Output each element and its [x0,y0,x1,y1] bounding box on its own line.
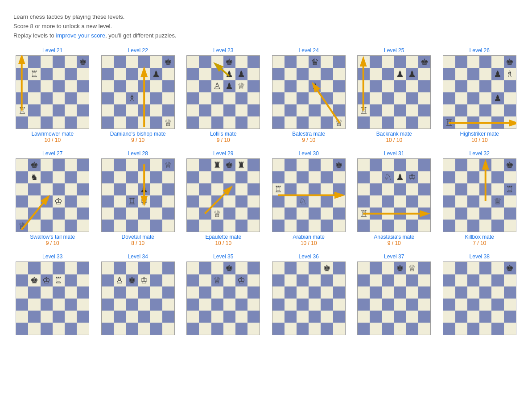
level-32[interactable]: Level 32♚♖♕Killbox mate7 / 10 [441,150,519,246]
cell-0-2 [382,56,394,68]
cell-2-0 [443,183,455,195]
cell-2-4 [491,286,503,299]
cell-5-0 [358,220,370,232]
level-25[interactable]: Level 25♚♟♟♖Backrank mate10 / 10 [355,47,433,143]
level-27[interactable]: Level 27♚♞♔♕Swallow's tail mate9 / 10 [13,150,92,246]
cell-3-1 [285,195,297,208]
cell-4-5 [77,104,89,116]
level-name-22: Damiano's bishop mate [110,131,166,137]
cell-1-3 [53,68,65,80]
cell-2-4 [65,183,77,195]
cell-5-4 [150,323,162,335]
level-score-28: 8 / 10 [131,240,144,246]
cell-4-0 [102,311,114,323]
level-28[interactable]: Level 28♕♟♖♔Dovetail mate8 / 10 [99,150,177,246]
cell-4-4 [321,104,333,116]
cell-4-1 [199,208,211,220]
cell-4-0 [16,311,28,323]
cell-3-1 [28,299,40,311]
cell-3-3 [394,299,406,311]
cell-4-2 [467,104,479,116]
cell-0-2 [467,262,479,274]
cell-5-1 [199,220,211,232]
cell-5-2 [41,220,53,232]
cell-4-3 [394,311,406,323]
cell-4-2: ♕ [211,208,223,220]
level-21[interactable]: Level 21♚♖♖Lawnmower mate10 / 10 [13,47,92,143]
level-30[interactable]: Level 30♚♖♘Arabian mate10 / 10 [270,150,348,246]
cell-2-2 [297,286,309,299]
cell-5-5 [77,323,89,335]
cell-0-5: ♚ [162,56,174,68]
cell-2-4 [150,183,162,195]
cell-5-5 [418,220,430,232]
cell-1-2 [382,274,394,286]
piece-bK: ♚ [225,264,233,273]
cell-1-2 [297,68,309,80]
level-33[interactable]: Level 33♚♔♖ [13,253,92,335]
level-35[interactable]: Level 35♚♕♔ [184,253,263,335]
level-24[interactable]: Level 24♛♗♕Balestra mate9 / 10 [270,47,348,143]
piece-wQ: ♕ [213,209,221,218]
level-36[interactable]: Level 36♚ [270,253,348,335]
cell-0-1 [285,56,297,68]
level-38[interactable]: Level 38♚ [441,253,519,335]
level-23[interactable]: Level 23♚♟♟♙♟♕Lolli's mate9 / 10 [184,47,263,143]
cell-3-4 [65,299,77,311]
piece-bK: ♚ [225,161,233,170]
cell-3-5 [418,299,430,311]
cell-3-1 [28,92,40,104]
cell-0-0 [187,56,199,68]
cell-2-3: ♟ [223,80,235,92]
cell-5-1 [199,116,211,129]
cell-5-3 [479,323,491,335]
cell-0-1: ♚ [28,159,40,171]
cell-0-0 [443,262,455,274]
cell-3-4: ♕ [491,195,503,208]
cell-1-3 [309,171,321,183]
cell-4-0 [443,208,455,220]
cell-5-1 [28,220,40,232]
cell-2-3: ♗ [309,80,321,92]
cell-2-5: ♖ [504,183,516,195]
cell-3-5 [418,195,430,208]
cell-3-1 [455,195,467,208]
cell-2-4 [150,80,162,92]
cell-5-3 [394,116,406,129]
cell-0-0 [358,159,370,171]
cell-0-1 [28,56,40,68]
cell-1-0 [358,171,370,183]
cell-4-0: ♖ [16,104,28,116]
cell-3-2: ♘ [297,195,309,208]
cell-4-1 [114,311,126,323]
level-31[interactable]: Level 31♘♟♔♖Anastasia's mate9 / 10 [355,150,433,246]
level-37[interactable]: Level 37♚♕ [355,253,433,335]
cell-2-1 [199,286,211,299]
cell-3-2 [297,92,309,104]
cell-4-4 [150,104,162,116]
cell-1-5 [77,68,89,80]
level-score-23: 9 / 10 [217,137,230,143]
cell-4-5 [418,208,430,220]
level-34[interactable]: Level 34♙♚♔ [99,253,177,335]
cell-0-2 [126,159,138,171]
cell-1-3 [223,274,235,286]
level-29[interactable]: Level 29♜♚♜♕Epaulette mate10 / 10 [184,150,263,246]
cell-0-0 [272,159,285,171]
cell-5-3 [394,220,406,232]
cell-0-2 [297,56,309,68]
cell-1-2 [467,68,479,80]
cell-4-2 [211,104,223,116]
level-22[interactable]: Level 22♚♟♟♗♕Damiano's bishop mate9 / 10 [99,47,177,143]
cell-1-0 [358,68,370,80]
cell-0-3 [479,159,491,171]
piece-wQ: ♕ [408,264,416,273]
cell-4-4 [150,311,162,323]
level-score-32: 7 / 10 [473,240,486,246]
cell-4-3 [223,208,235,220]
level-label-33: Level 33 [42,253,62,260]
cell-4-1 [285,311,297,323]
cell-5-3 [394,323,406,335]
level-26[interactable]: Level 26♚♟♗♟♖Highstriker mate10 / 10 [441,47,519,143]
cell-1-5 [504,274,516,286]
